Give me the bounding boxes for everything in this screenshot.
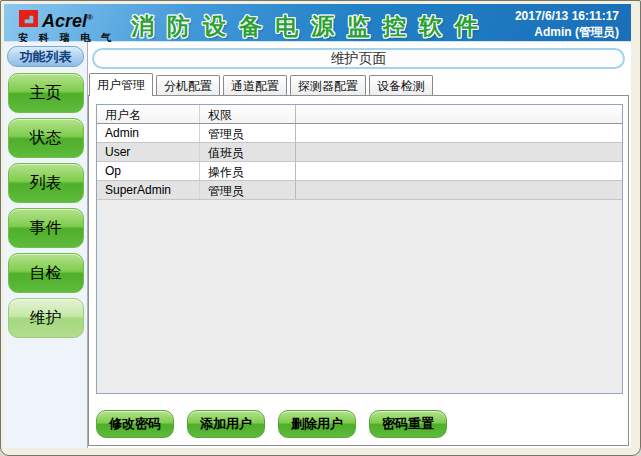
change-password-button[interactable]: 修改密码 xyxy=(96,410,174,438)
main-area: 维护页面 用户管理 分机配置 通道配置 探测器配置 设备检测 用户名 权限 Ad… xyxy=(88,42,631,448)
sidebar-item-events[interactable]: 事件 xyxy=(8,208,84,248)
username-cell: SuperAdmin xyxy=(97,181,200,199)
app-window: Acrel® 安 科 瑞 电 气 消防设备电源监控软件 2017/6/13 16… xyxy=(0,0,641,456)
column-header-empty xyxy=(296,105,622,123)
reset-password-button[interactable]: 密码重置 xyxy=(369,410,447,438)
column-header-username: 用户名 xyxy=(97,105,200,123)
sidebar-item-status[interactable]: 状态 xyxy=(8,118,84,158)
table-row[interactable]: User 值班员 xyxy=(97,143,622,162)
tab-channel-config[interactable]: 通道配置 xyxy=(223,75,287,96)
tab-panel-user-management: 用户名 权限 Admin 管理员 User 值班员 Op 操作员 xyxy=(88,95,629,446)
app-title: 消防设备电源监控软件 xyxy=(131,11,491,42)
sidebar: 功能列表 主页 状态 列表 事件 自检 维护 V1.0.0 xyxy=(4,42,88,448)
sidebar-item-list[interactable]: 列表 xyxy=(8,163,84,203)
delete-user-button[interactable]: 删除用户 xyxy=(278,410,356,438)
username-cell: User xyxy=(97,143,200,161)
username-cell: Op xyxy=(97,162,200,180)
role-cell: 操作员 xyxy=(200,162,296,180)
role-cell: 管理员 xyxy=(200,124,296,142)
registered-mark: ® xyxy=(87,13,93,22)
acrel-logo-icon xyxy=(18,9,39,28)
action-button-bar: 修改密码 添加用户 删除用户 密码重置 xyxy=(96,410,447,438)
datetime-label: 2017/6/13 16:11:17 xyxy=(515,8,619,24)
sidebar-item-maintenance[interactable]: 维护 xyxy=(8,298,84,338)
page-title: 维护页面 xyxy=(92,48,625,69)
sidebar-item-selftest[interactable]: 自检 xyxy=(8,253,84,293)
add-user-button[interactable]: 添加用户 xyxy=(187,410,265,438)
table-row[interactable]: Admin 管理员 xyxy=(97,124,622,143)
tab-detector-config[interactable]: 探测器配置 xyxy=(290,75,366,96)
user-table: 用户名 权限 Admin 管理员 User 值班员 Op 操作员 xyxy=(96,104,623,394)
tab-extension-config[interactable]: 分机配置 xyxy=(156,75,220,96)
brand-name: Acrel® xyxy=(42,8,93,31)
acrel-logo: Acrel® 安 科 瑞 电 气 xyxy=(18,8,115,45)
role-cell: 值班员 xyxy=(200,143,296,161)
header-status: 2017/6/13 16:11:17 Admin (管理员) xyxy=(515,8,619,40)
column-header-role: 权限 xyxy=(200,105,296,123)
tab-user-management[interactable]: 用户管理 xyxy=(89,73,153,96)
function-list-header: 功能列表 xyxy=(7,46,84,67)
tab-strip: 用户管理 分机配置 通道配置 探测器配置 设备检测 xyxy=(89,73,433,96)
header-bar: Acrel® 安 科 瑞 电 气 消防设备电源监控软件 2017/6/13 16… xyxy=(4,4,631,42)
current-user-label: Admin (管理员) xyxy=(515,24,619,40)
table-row[interactable]: SuperAdmin 管理员 xyxy=(97,181,622,200)
tab-device-detection[interactable]: 设备检测 xyxy=(369,75,433,96)
role-cell: 管理员 xyxy=(200,181,296,199)
table-row[interactable]: Op 操作员 xyxy=(97,162,622,181)
sidebar-item-home[interactable]: 主页 xyxy=(8,73,84,113)
table-header-row: 用户名 权限 xyxy=(97,105,622,124)
username-cell: Admin xyxy=(97,124,200,142)
